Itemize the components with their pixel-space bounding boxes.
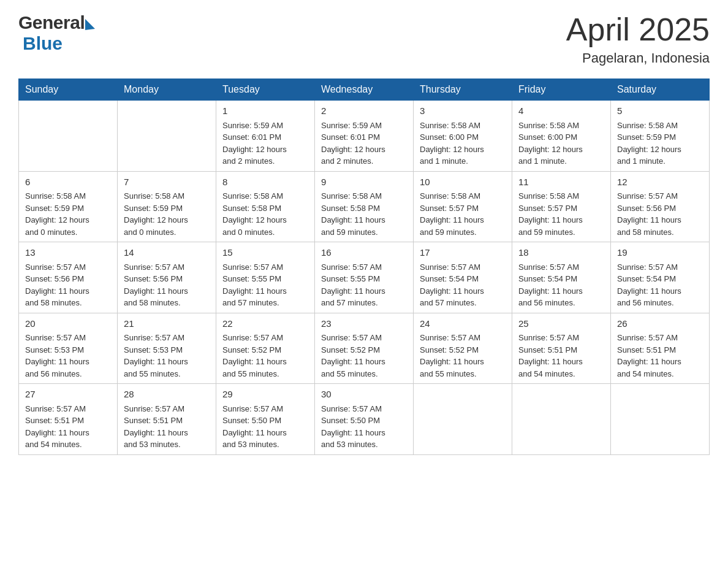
day-info: Sunrise: 5:58 AMSunset: 5:58 PMDaylight:…	[222, 190, 308, 238]
header-sunday: Sunday	[19, 79, 118, 101]
calendar-cell	[118, 101, 216, 172]
day-number: 19	[617, 246, 703, 260]
day-number: 30	[321, 388, 407, 402]
day-number: 20	[25, 317, 111, 331]
day-info: Sunrise: 5:57 AMSunset: 5:56 PMDaylight:…	[25, 261, 111, 309]
day-number: 27	[25, 388, 111, 402]
day-info: Sunrise: 5:57 AMSunset: 5:50 PMDaylight:…	[321, 403, 407, 451]
day-info: Sunrise: 5:58 AMSunset: 5:59 PMDaylight:…	[124, 190, 210, 238]
day-number: 9	[321, 175, 407, 190]
day-info: Sunrise: 5:58 AMSunset: 5:58 PMDaylight:…	[321, 190, 407, 238]
header: General Blue April 2025 Pagelaran, Indon…	[18, 12, 710, 66]
day-info: Sunrise: 5:58 AMSunset: 5:59 PMDaylight:…	[25, 190, 111, 238]
day-number: 3	[420, 104, 506, 118]
calendar-cell: 26Sunrise: 5:57 AMSunset: 5:51 PMDayligh…	[611, 313, 710, 384]
calendar-cell	[19, 101, 118, 172]
calendar-cell: 24Sunrise: 5:57 AMSunset: 5:52 PMDayligh…	[414, 313, 512, 384]
calendar-week-row: 6Sunrise: 5:58 AMSunset: 5:59 PMDaylight…	[19, 171, 710, 242]
day-number: 11	[518, 175, 604, 190]
day-number: 17	[420, 246, 506, 260]
day-number: 25	[518, 317, 604, 331]
main-title: April 2025	[566, 12, 710, 47]
day-info: Sunrise: 5:57 AMSunset: 5:51 PMDaylight:…	[518, 332, 604, 380]
day-number: 1	[222, 104, 308, 118]
day-info: Sunrise: 5:57 AMSunset: 5:52 PMDaylight:…	[420, 332, 506, 380]
day-info: Sunrise: 5:57 AMSunset: 5:56 PMDaylight:…	[124, 261, 210, 309]
calendar-cell: 19Sunrise: 5:57 AMSunset: 5:54 PMDayligh…	[611, 242, 710, 313]
calendar-cell: 13Sunrise: 5:57 AMSunset: 5:56 PMDayligh…	[19, 242, 118, 313]
day-number: 26	[617, 317, 703, 331]
calendar-cell: 7Sunrise: 5:58 AMSunset: 5:59 PMDaylight…	[118, 171, 216, 242]
day-info: Sunrise: 5:57 AMSunset: 5:50 PMDaylight:…	[222, 403, 308, 451]
calendar-cell: 11Sunrise: 5:58 AMSunset: 5:57 PMDayligh…	[512, 171, 611, 242]
day-info: Sunrise: 5:59 AMSunset: 6:01 PMDaylight:…	[321, 120, 407, 167]
day-number: 12	[617, 175, 703, 190]
calendar-cell: 15Sunrise: 5:57 AMSunset: 5:55 PMDayligh…	[216, 242, 315, 313]
calendar-cell: 2Sunrise: 5:59 AMSunset: 6:01 PMDaylight…	[315, 101, 414, 172]
header-monday: Monday	[118, 79, 216, 101]
day-info: Sunrise: 5:57 AMSunset: 5:53 PMDaylight:…	[25, 332, 111, 380]
day-info: Sunrise: 5:57 AMSunset: 5:54 PMDaylight:…	[617, 261, 703, 309]
day-number: 5	[617, 104, 703, 118]
calendar-cell: 12Sunrise: 5:57 AMSunset: 5:56 PMDayligh…	[611, 171, 710, 242]
calendar-cell: 30Sunrise: 5:57 AMSunset: 5:50 PMDayligh…	[315, 384, 414, 455]
logo-blue-text: Blue	[23, 33, 63, 53]
header-friday: Friday	[512, 79, 611, 101]
header-tuesday: Tuesday	[216, 79, 315, 101]
calendar-table: Sunday Monday Tuesday Wednesday Thursday…	[18, 79, 710, 455]
day-number: 22	[222, 317, 308, 331]
calendar-week-row: 20Sunrise: 5:57 AMSunset: 5:53 PMDayligh…	[19, 313, 710, 384]
logo-general-text: General	[18, 12, 85, 33]
day-info: Sunrise: 5:57 AMSunset: 5:51 PMDaylight:…	[617, 332, 703, 380]
calendar-cell: 3Sunrise: 5:58 AMSunset: 6:00 PMDaylight…	[414, 101, 512, 172]
header-wednesday: Wednesday	[315, 79, 414, 101]
day-number: 21	[124, 317, 210, 331]
day-info: Sunrise: 5:59 AMSunset: 6:01 PMDaylight:…	[222, 120, 308, 167]
header-saturday: Saturday	[611, 79, 710, 101]
day-info: Sunrise: 5:58 AMSunset: 6:00 PMDaylight:…	[518, 120, 604, 167]
calendar-cell: 28Sunrise: 5:57 AMSunset: 5:51 PMDayligh…	[118, 384, 216, 455]
day-number: 7	[124, 175, 210, 190]
day-number: 4	[518, 104, 604, 118]
day-info: Sunrise: 5:57 AMSunset: 5:56 PMDaylight:…	[617, 190, 703, 238]
calendar-cell: 16Sunrise: 5:57 AMSunset: 5:55 PMDayligh…	[315, 242, 414, 313]
calendar-cell: 10Sunrise: 5:58 AMSunset: 5:57 PMDayligh…	[414, 171, 512, 242]
calendar-cell: 17Sunrise: 5:57 AMSunset: 5:54 PMDayligh…	[414, 242, 512, 313]
calendar-cell	[414, 384, 512, 455]
calendar-cell: 14Sunrise: 5:57 AMSunset: 5:56 PMDayligh…	[118, 242, 216, 313]
calendar-week-row: 27Sunrise: 5:57 AMSunset: 5:51 PMDayligh…	[19, 384, 710, 455]
day-info: Sunrise: 5:57 AMSunset: 5:54 PMDaylight:…	[420, 261, 506, 309]
calendar-cell: 4Sunrise: 5:58 AMSunset: 6:00 PMDaylight…	[512, 101, 611, 172]
day-number: 13	[25, 246, 111, 260]
day-number: 15	[222, 246, 308, 260]
day-number: 23	[321, 317, 407, 331]
day-number: 18	[518, 246, 604, 260]
calendar-cell: 18Sunrise: 5:57 AMSunset: 5:54 PMDayligh…	[512, 242, 611, 313]
logo-triangle-icon	[85, 19, 95, 30]
day-info: Sunrise: 5:57 AMSunset: 5:54 PMDaylight:…	[518, 261, 604, 309]
day-info: Sunrise: 5:58 AMSunset: 6:00 PMDaylight:…	[420, 120, 506, 167]
calendar-cell: 25Sunrise: 5:57 AMSunset: 5:51 PMDayligh…	[512, 313, 611, 384]
day-number: 14	[124, 246, 210, 260]
day-number: 10	[420, 175, 506, 190]
calendar-cell: 8Sunrise: 5:58 AMSunset: 5:58 PMDaylight…	[216, 171, 315, 242]
calendar-cell: 5Sunrise: 5:58 AMSunset: 5:59 PMDaylight…	[611, 101, 710, 172]
subtitle: Pagelaran, Indonesia	[566, 50, 710, 66]
calendar-week-row: 13Sunrise: 5:57 AMSunset: 5:56 PMDayligh…	[19, 242, 710, 313]
calendar-cell: 21Sunrise: 5:57 AMSunset: 5:53 PMDayligh…	[118, 313, 216, 384]
calendar-cell: 22Sunrise: 5:57 AMSunset: 5:52 PMDayligh…	[216, 313, 315, 384]
day-info: Sunrise: 5:57 AMSunset: 5:52 PMDaylight:…	[321, 332, 407, 380]
header-thursday: Thursday	[414, 79, 512, 101]
day-number: 24	[420, 317, 506, 331]
logo: General Blue	[18, 12, 95, 54]
title-area: April 2025 Pagelaran, Indonesia	[566, 12, 710, 66]
calendar-cell: 1Sunrise: 5:59 AMSunset: 6:01 PMDaylight…	[216, 101, 315, 172]
calendar-cell: 9Sunrise: 5:58 AMSunset: 5:58 PMDaylight…	[315, 171, 414, 242]
day-number: 6	[25, 175, 111, 190]
day-info: Sunrise: 5:57 AMSunset: 5:51 PMDaylight:…	[124, 403, 210, 451]
calendar-cell	[512, 384, 611, 455]
day-info: Sunrise: 5:57 AMSunset: 5:51 PMDaylight:…	[25, 403, 111, 451]
day-info: Sunrise: 5:58 AMSunset: 5:57 PMDaylight:…	[518, 190, 604, 238]
day-info: Sunrise: 5:57 AMSunset: 5:55 PMDaylight:…	[222, 261, 308, 309]
calendar-week-row: 1Sunrise: 5:59 AMSunset: 6:01 PMDaylight…	[19, 101, 710, 172]
